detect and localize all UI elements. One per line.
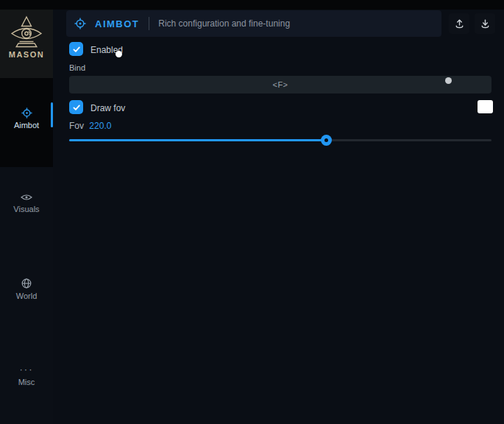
sidebar-item-aimbot[interactable]: Aimbot [0,107,53,130]
mouse-cursor-dot [116,51,122,57]
app-window: MASON Aimbot Visuals [0,0,504,424]
logo-text: MASON [9,50,44,59]
draw-fov-checkbox[interactable] [69,100,83,114]
import-config-button[interactable] [475,13,495,34]
title-strip [0,0,504,10]
fov-slider[interactable] [69,134,491,146]
sidebar-item-label: Misc [0,378,53,386]
logo: MASON [0,10,53,78]
drag-dot [445,77,452,84]
bind-input[interactable]: <F> [69,76,491,93]
bind-label: Bind [69,63,85,72]
fov-value-row: Fov 220.0 [69,121,111,131]
upload-icon [454,18,465,29]
download-icon [480,18,491,29]
sidebar-item-world[interactable]: World [0,278,53,300]
globe-icon [0,278,53,289]
sidebar-item-label: Aimbot [0,121,53,130]
slider-handle[interactable] [321,135,332,146]
fov-color-swatch[interactable] [478,100,493,113]
sidebar-item-misc[interactable]: ··· Misc [0,364,53,386]
eye-icon [0,191,53,202]
pyramid-eye-icon [10,15,43,49]
header-divider [149,17,149,30]
slider-fill [69,139,327,141]
sidebar-item-visuals[interactable]: Visuals [0,191,53,213]
sidebar-item-label: Visuals [0,205,53,213]
draw-fov-label: Draw fov [90,103,125,113]
crosshair-icon [0,107,53,119]
sidebar-item-label: World [0,292,53,300]
section-header: AIMBOT Rich configuration and fine-tunin… [66,10,441,37]
page-subtitle: Rich configuration and fine-tuning [158,18,290,29]
fov-label: Fov [69,121,84,131]
crosshair-icon [74,18,86,29]
page-title: AIMBOT [95,18,139,29]
ellipsis-icon: ··· [0,364,53,375]
enabled-checkbox[interactable] [69,42,83,56]
check-icon [72,45,81,54]
bind-value: <F> [272,80,288,89]
fov-value: 220.0 [89,121,111,131]
sidebar: MASON Aimbot Visuals [0,10,53,424]
export-config-button[interactable] [449,13,469,34]
check-icon [72,103,81,112]
